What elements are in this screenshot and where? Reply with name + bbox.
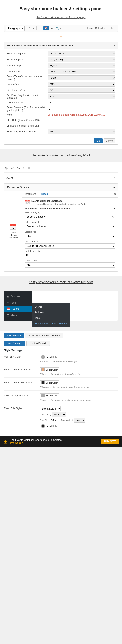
title-color-row: Select Color [40, 424, 118, 428]
settings-button[interactable]: 🔧▾ [55, 26, 62, 30]
bp-select-category[interactable]: Select a Category [24, 214, 115, 219]
admin-menu-media[interactable]: 🖼 Media [4, 312, 32, 318]
admin-menu-events[interactable]: 📅 Events [4, 306, 32, 312]
font-size-input[interactable] [50, 418, 60, 422]
style-control-title-styles: Select a style Font Family Monda Font Si… [40, 406, 118, 429]
sc-label-4: Events Time (Show past or future events.… [6, 75, 46, 81]
tab-document[interactable]: Document [22, 191, 39, 198]
image-button[interactable]: 🖼 [49, 26, 54, 30]
gb-search-input[interactable] [6, 176, 114, 180]
gb-toolbar: ⊕ ↩ ↪ ℹ ≡ [4, 164, 118, 172]
sc-row-8: Limit the events [6, 100, 116, 105]
toolbar-row: Paragraph B I ☰ 📅 🖼 🔧▾ Events Calendar T… [4, 25, 118, 32]
bp-select-template[interactable]: Default List Layout [24, 224, 115, 229]
block-panel-close-button[interactable]: × [113, 192, 118, 197]
sc-select-time[interactable]: Future [48, 76, 116, 80]
bp-label-style: Select Style [24, 230, 115, 233]
gb-add-button[interactable]: ⊕ [4, 166, 8, 171]
section3-title: Easily adjust colors & fonts of events t… [8, 280, 114, 284]
sc-modal-close-button[interactable]: × [114, 44, 116, 48]
block-info-row: 📅 Events Calendar Shortcode The Events C… [24, 200, 115, 205]
sc-row-3: Date formats Default (01 January 2019) [6, 69, 116, 74]
sc-modal: The Events Calendar Templates - Shortcod… [4, 42, 118, 144]
color-swatch-featured-font [41, 381, 45, 384]
style-label-title-styles: Event Title Styles [4, 406, 40, 410]
list-button[interactable]: ☰ [38, 26, 43, 30]
save-changes-button[interactable]: Save Changes [4, 341, 25, 346]
style-tabs: Style Settings Shortcodes and Extra Sett… [4, 333, 118, 338]
bp-field-template: Select Template Default List Layout [24, 221, 115, 229]
admin-menu-posts[interactable]: ✏ Posts [4, 300, 32, 306]
bp-label-limit: Limit the events [24, 250, 115, 252]
hint-main-skin: It is a main color scheme for all design… [40, 360, 118, 362]
buy-now-button[interactable]: BUY NOW [101, 439, 119, 444]
style-label-bg: Event Background Color [4, 393, 40, 397]
sc-label-9: Select Columns (Only for carousel & grid… [6, 106, 46, 112]
sc-select-autoplay[interactable]: True [48, 94, 116, 99]
tab-style-settings[interactable]: Style Settings [4, 333, 24, 338]
sc-row-6: Hide Events Venue NO [6, 88, 116, 92]
gb-info-button[interactable]: ℹ [22, 166, 25, 171]
paragraph-select[interactable]: Paragraph [6, 26, 24, 31]
font-weight-select[interactable]: bold [74, 418, 85, 422]
submenu-events[interactable]: Events [32, 304, 70, 310]
bp-label-order: Events Order [24, 260, 115, 262]
font-family-select[interactable]: Monda [52, 412, 66, 417]
events-icon: 📅 [6, 308, 10, 311]
style-row-main-skin: Main Skin Color Select Color It is a mai… [4, 354, 118, 365]
style-label-featured-skin: Featured Event Skin Color [4, 368, 40, 371]
gb-undo-button[interactable]: ↩ [10, 166, 15, 171]
submenu-shortcode-settings[interactable]: Shortcode & Template Settings [32, 321, 70, 326]
gb-block-calendar[interactable]: 📅 Events Calendar Shortcode [4, 191, 22, 271]
color-swatch-featured-skin [41, 368, 45, 372]
gb-search-clear-button[interactable]: × [114, 176, 116, 180]
gb-collapse-icon[interactable]: ∧ [113, 186, 115, 189]
style-row-title-styles: Event Title Styles Select a style Font F… [4, 406, 118, 432]
sc-cancel-button[interactable]: Cancel [104, 138, 116, 143]
submenu-add-new[interactable]: Add New [32, 310, 70, 315]
sc-select-featured[interactable]: No [48, 129, 116, 134]
color-btn-main-skin[interactable]: Select Color [40, 354, 59, 359]
calendar-icon-button[interactable]: 📅 [43, 26, 49, 30]
sc-row-4: Events Time (Show past or future events.… [6, 75, 116, 81]
bp-select-style[interactable]: Style 1 [24, 234, 115, 239]
color-btn-title[interactable]: Select Color [40, 424, 59, 428]
sc-select-style[interactable]: Style 1 [48, 63, 116, 68]
sc-select-order[interactable]: ASC [48, 82, 116, 86]
sc-input-limit[interactable] [48, 100, 116, 105]
tab-shortcodes-extra[interactable]: Shortcodes and Extra Settings [25, 333, 63, 338]
block-settings-heading: The Events Calendar Shortcode Settings ∧ [24, 207, 115, 210]
admin-menu-dashboard[interactable]: ⊞ Dashboard [4, 293, 32, 300]
block-title-text: Events Calendar Shortcode [31, 200, 87, 202]
gb-menu-button[interactable]: ≡ [27, 166, 31, 171]
style-select-title[interactable]: Select a style [40, 406, 61, 412]
sc-select-date[interactable]: Default (01 January 2019) [48, 69, 116, 74]
sc-select-categories[interactable]: All Categories [48, 51, 116, 56]
reset-defaults-button[interactable]: Reset to Defaults [26, 341, 50, 346]
tab-block[interactable]: Block [39, 191, 51, 198]
color-btn-bg[interactable]: Select Color [40, 393, 59, 398]
sc-input-end-date[interactable] [48, 124, 116, 128]
sc-row-9: Select Columns (Only for carousel & grid… [6, 106, 116, 112]
bp-field-category: Select Category Select a Category [24, 211, 115, 219]
bp-input-limit[interactable] [24, 253, 115, 258]
gb-block-label: Events Calendar Shortcode [6, 232, 20, 238]
sc-modal-footer: Ok Cancel [4, 137, 118, 144]
sc-input-columns[interactable] [48, 107, 116, 111]
sc-row-11: End Date ( format(YY-MM-DD) [6, 124, 116, 128]
submenu-tags[interactable]: Tags [32, 315, 70, 321]
italic-button[interactable]: I [32, 26, 35, 30]
hint-bg: This skin color applies on background of… [40, 399, 118, 401]
block-info-text: Events Calendar Shortcode The Events Cal… [31, 200, 87, 205]
bold-button[interactable]: B [27, 26, 31, 30]
sc-select-template[interactable]: List (default) [48, 57, 116, 62]
color-btn-featured-skin[interactable]: Select Color [40, 368, 59, 372]
sc-select-venue[interactable]: NO [48, 88, 116, 92]
color-btn-featured-font[interactable]: Select Color [40, 380, 59, 385]
bp-select-date[interactable]: Default (01 January 2019) [24, 243, 115, 248]
sc-ok-button[interactable]: Ok [94, 138, 102, 143]
bp-select-order[interactable]: ASC [24, 262, 115, 268]
block-settings-collapse[interactable]: ∧ [114, 207, 115, 210]
sc-input-start-date[interactable] [48, 118, 116, 122]
gb-redo-button[interactable]: ↪ [16, 166, 21, 171]
